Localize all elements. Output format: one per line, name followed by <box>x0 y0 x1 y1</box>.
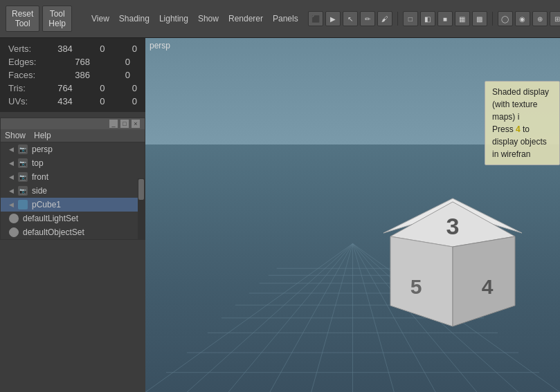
side-arrow: ◀ <box>9 187 14 194</box>
outliner-titlebar-buttons: _ □ × <box>109 119 141 129</box>
sphere3-icon[interactable]: ⊕ <box>532 11 548 26</box>
persp-label: persp <box>32 144 53 154</box>
menu-lighting[interactable]: Lighting <box>155 12 192 25</box>
outliner-item-defaultobjectset[interactable]: defaultObjectSet <box>1 225 145 239</box>
defaultlightset-label: defaultLightSet <box>23 214 78 223</box>
display1-icon[interactable]: □ <box>403 11 418 26</box>
outliner-panel: _ □ × Show Help ◀ 📷 persp ◀ 📷 top <box>0 118 145 240</box>
stats-panel: Verts: 384 0 0 Edges: 768 0 Faces: 386 0… <box>0 38 145 112</box>
stats-row-uvs: UVs: 434 0 0 <box>8 95 137 108</box>
menu-shading[interactable]: Shading <box>115 12 154 25</box>
main-area: Verts: 384 0 0 Edges: 768 0 Faces: 386 0… <box>0 38 560 392</box>
outliner-menu-show[interactable]: Show <box>5 131 26 140</box>
svg-text:4: 4 <box>482 275 494 298</box>
side-camera-icon: 📷 <box>18 186 28 196</box>
front-camera-icon: 📷 <box>18 172 28 182</box>
tris-val1: 764 <box>46 83 73 93</box>
defaultobjectset-label: defaultObjectSet <box>23 227 84 237</box>
front-label: front <box>32 172 48 182</box>
viewport-perspective-label: persp <box>150 41 170 50</box>
edges-val2: 0 <box>96 57 130 67</box>
outliner-titlebar: _ □ × <box>1 118 145 129</box>
pcube1-arrow: ◀ <box>9 201 14 208</box>
stats-row-tris: Tris: 764 0 0 <box>8 82 137 95</box>
outliner-item-pcube1[interactable]: ◀ pCube1 <box>1 198 145 212</box>
tool-help-button[interactable]: Tool Help <box>42 6 72 32</box>
display4-icon[interactable]: ▦ <box>455 11 470 26</box>
outliner-item-defaultlightset[interactable]: defaultLightSet <box>1 212 145 225</box>
toolbar-icons: ⬛ ▶ ↖ ✏ 🖌 □ ◧ ■ ▦ ▩ ◯ ◉ ⊕ ⊞ ✦ ☀ <box>308 11 560 26</box>
sphere1-icon[interactable]: ◯ <box>498 11 513 26</box>
display2-icon[interactable]: ◧ <box>420 11 435 26</box>
edges-label: Edges: <box>8 57 50 67</box>
outliner-menubar: Show Help <box>1 129 145 142</box>
tooltip-line1: Shaded display (with texture maps) i <box>492 87 549 122</box>
top-toolbar: Reset Tool Tool Help View Shading Lighti… <box>0 0 560 38</box>
menu-renderer[interactable]: Renderer <box>224 12 267 25</box>
display3-icon[interactable]: ■ <box>437 11 453 26</box>
top-camera-icon: 📷 <box>18 158 28 168</box>
menu-view[interactable]: View <box>87 12 114 25</box>
verts-val1: 384 <box>46 44 73 54</box>
defaultobjectset-icon <box>9 227 19 237</box>
tris-val3: 0 <box>110 83 137 93</box>
cube-svg: 3 5 4 <box>373 192 532 351</box>
select-icon[interactable]: ↖ <box>343 11 358 26</box>
outliner-menu-help[interactable]: Help <box>34 131 51 140</box>
stats-row-faces: Faces: 386 0 <box>8 68 137 82</box>
outliner-item-front[interactable]: ◀ 📷 front <box>1 170 145 184</box>
icon-sep2 <box>492 12 493 26</box>
menu-show[interactable]: Show <box>194 12 223 25</box>
outliner-item-persp[interactable]: ◀ 📷 persp <box>1 142 145 156</box>
outliner-item-side[interactable]: ◀ 📷 side <box>1 184 145 198</box>
edges-val1: 768 <box>55 57 90 67</box>
verts-label: Verts: <box>8 44 40 54</box>
tooltip-line2: Press <box>492 124 516 134</box>
menu-panels[interactable]: Panels <box>269 12 302 25</box>
verts-val3: 0 <box>110 44 137 54</box>
close-button[interactable]: × <box>131 119 141 129</box>
left-panel: Verts: 384 0 0 Edges: 768 0 Faces: 386 0… <box>0 38 145 392</box>
defaultlightset-icon <box>9 214 19 223</box>
tris-label: Tris: <box>8 83 40 93</box>
faces-label: Faces: <box>8 70 50 80</box>
display5-icon[interactable]: ▩ <box>472 11 487 26</box>
icon-sep <box>397 12 398 26</box>
uvs-label: UVs: <box>8 96 40 106</box>
viewport-menubar: View Shading Lighting Show Renderer Pane… <box>87 12 302 25</box>
svg-text:5: 5 <box>410 275 422 298</box>
outliner-list: ◀ 📷 persp ◀ 📷 top ◀ 📷 front ◀ 📷 <box>1 142 145 239</box>
tris-val2: 0 <box>78 83 105 93</box>
svg-text:3: 3 <box>446 213 460 239</box>
uvs-val2: 0 <box>78 96 105 106</box>
shading-tooltip: Shaded display (with texture maps) i Pre… <box>485 81 560 165</box>
stats-row-edges: Edges: 768 0 <box>8 55 137 68</box>
minimize-button[interactable]: _ <box>109 119 118 129</box>
persp-camera-icon: 📷 <box>18 144 28 154</box>
viewport-3d[interactable]: persp <box>145 38 560 392</box>
paint-icon[interactable]: 🖌 <box>377 11 392 26</box>
uvs-val1: 434 <box>46 96 73 106</box>
side-label: side <box>32 186 47 196</box>
camera-icon[interactable]: ⬛ <box>308 11 323 26</box>
tooltip-highlight: 4 <box>516 124 521 134</box>
reset-tool-button[interactable]: Reset Tool <box>6 6 39 32</box>
pcube1-icon <box>18 200 28 209</box>
uv-icon[interactable]: ⊞ <box>550 11 560 26</box>
faces-val1: 386 <box>55 70 90 80</box>
top-label: top <box>32 158 44 168</box>
outliner-scrollbar[interactable] <box>138 178 145 239</box>
uvs-val3: 0 <box>110 96 137 106</box>
outliner-item-top[interactable]: ◀ 📷 top <box>1 156 145 170</box>
lasso-icon[interactable]: ✏ <box>360 11 375 26</box>
outliner-scrollbar-thumb <box>138 179 144 200</box>
faces-val2: 0 <box>96 70 130 80</box>
persp-arrow: ◀ <box>9 146 14 153</box>
maximize-button[interactable]: □ <box>120 119 129 129</box>
stats-row-verts: Verts: 384 0 0 <box>8 42 137 55</box>
verts-val2: 0 <box>78 44 105 54</box>
pcube1-label: pCube1 <box>32 200 61 209</box>
sphere2-icon[interactable]: ◉ <box>515 11 530 26</box>
front-arrow: ◀ <box>9 174 14 180</box>
film-icon[interactable]: ▶ <box>325 11 341 26</box>
